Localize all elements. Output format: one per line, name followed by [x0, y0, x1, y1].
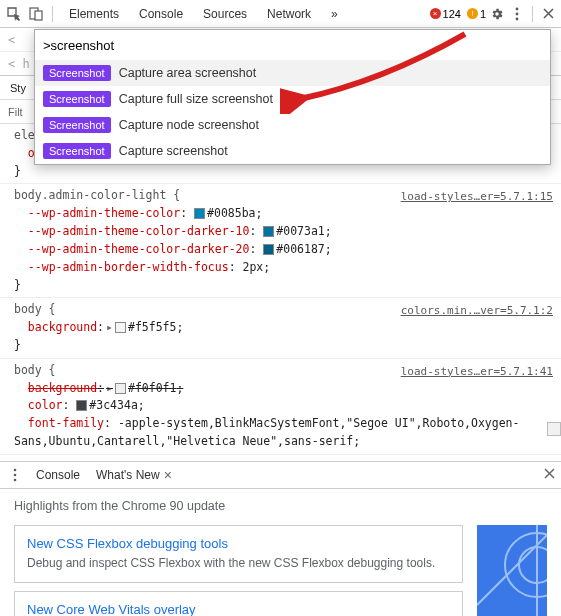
- scrollbar-corner: [547, 422, 561, 436]
- color-swatch[interactable]: [263, 226, 274, 237]
- close-devtools-icon[interactable]: [539, 5, 557, 23]
- filter-label[interactable]: Filt: [8, 106, 23, 118]
- devtools-toolbar: Elements Console Sources Network » ×124 …: [0, 0, 561, 28]
- css-rule-admin-color-light[interactable]: load-styles…er=5.7.1:15 body.admin-color…: [0, 184, 561, 298]
- tab-elements[interactable]: Elements: [59, 1, 129, 27]
- card-title: New Core Web Vitals overlay: [27, 602, 450, 616]
- color-swatch[interactable]: [76, 400, 87, 411]
- command-menu: Screenshot Capture area screenshot Scree…: [34, 29, 551, 165]
- cmd-label: Capture node screenshot: [119, 118, 259, 132]
- cmd-label: Capture area screenshot: [119, 66, 257, 80]
- source-link[interactable]: load-styles…er=5.7.1:15: [401, 188, 553, 205]
- cmd-label: Capture screenshot: [119, 144, 228, 158]
- warning-dot-icon: !: [467, 8, 478, 19]
- css-prop[interactable]: --wp-admin-theme-color-darker-10: [28, 224, 250, 238]
- error-dot-icon: ×: [430, 8, 441, 19]
- whatsnew-thumbnail: [477, 525, 547, 616]
- drawer-tab-label: What's New: [96, 468, 160, 482]
- css-prop[interactable]: font-family: [28, 416, 104, 430]
- css-prop-overridden[interactable]: background: [28, 381, 97, 395]
- separator: [532, 6, 533, 22]
- svg-point-7: [14, 469, 17, 472]
- breadcrumb-lt: <: [8, 33, 15, 47]
- cmd-item-capture-area[interactable]: Screenshot Capture area screenshot: [35, 60, 550, 86]
- cmd-category-badge: Screenshot: [43, 117, 111, 133]
- css-rule-body-loadstyles[interactable]: load-styles…er=5.7.1:41 body { backgroun…: [0, 359, 561, 455]
- tab-console[interactable]: Console: [129, 1, 193, 27]
- main-tabs: Elements Console Sources Network »: [59, 1, 428, 27]
- error-count: 124: [443, 8, 461, 20]
- cmd-category-badge: Screenshot: [43, 91, 111, 107]
- source-link[interactable]: load-styles…er=5.7.1:41: [401, 363, 553, 380]
- color-swatch[interactable]: [115, 383, 126, 394]
- tabs-overflow-icon[interactable]: »: [321, 1, 348, 27]
- whatsnew-heading: Highlights from the Chrome 90 update: [14, 499, 547, 513]
- styles-tab[interactable]: Sty: [8, 78, 28, 98]
- color-swatch[interactable]: [263, 244, 274, 255]
- cmd-item-capture-screenshot[interactable]: Screenshot Capture screenshot: [35, 138, 550, 164]
- tab-sources[interactable]: Sources: [193, 1, 257, 27]
- inspect-icon[interactable]: [4, 4, 24, 24]
- drawer-close-icon[interactable]: [544, 468, 555, 482]
- card-title: New CSS Flexbox debugging tools: [27, 536, 450, 551]
- css-val[interactable]: #0073a1: [276, 224, 324, 238]
- css-prop[interactable]: --wp-admin-border-width-focus: [28, 260, 229, 274]
- css-val[interactable]: #f5f5f5: [128, 320, 176, 334]
- drawer-more-icon[interactable]: [6, 466, 24, 484]
- cmd-item-capture-node[interactable]: Screenshot Capture node screenshot: [35, 112, 550, 138]
- cmd-category-badge: Screenshot: [43, 65, 111, 81]
- css-val[interactable]: #3c434a: [89, 398, 137, 412]
- expand-icon[interactable]: ▸: [106, 381, 113, 395]
- svg-rect-1: [35, 11, 42, 20]
- device-toggle-icon[interactable]: [26, 4, 46, 24]
- drawer-tabs: Console What's New ×: [0, 461, 561, 489]
- svg-point-4: [516, 17, 519, 20]
- whatsnew-card-flexbox[interactable]: New CSS Flexbox debugging tools Debug an…: [14, 525, 463, 583]
- cmd-item-capture-fullsize[interactable]: Screenshot Capture full size screenshot: [35, 86, 550, 112]
- command-input[interactable]: [35, 30, 550, 60]
- css-prop[interactable]: --wp-admin-theme-color-darker-20: [28, 242, 250, 256]
- expand-icon[interactable]: ▸: [106, 320, 113, 334]
- command-list: Screenshot Capture area screenshot Scree…: [35, 60, 550, 164]
- tab-close-icon[interactable]: ×: [164, 467, 172, 483]
- color-swatch[interactable]: [115, 322, 126, 333]
- svg-point-11: [519, 547, 547, 583]
- error-warning-badges[interactable]: ×124 !1: [430, 8, 486, 20]
- css-val[interactable]: 2px: [243, 260, 264, 274]
- source-link[interactable]: colors.min.…ver=5.7.1:2: [401, 302, 553, 319]
- css-val[interactable]: #f0f0f1: [128, 381, 176, 395]
- css-val[interactable]: #006187: [276, 242, 324, 256]
- css-prop[interactable]: color: [28, 398, 63, 412]
- warning-count: 1: [480, 8, 486, 20]
- svg-point-9: [14, 479, 17, 482]
- svg-point-8: [14, 474, 17, 477]
- svg-point-3: [516, 12, 519, 15]
- css-val[interactable]: #0085ba: [207, 206, 255, 220]
- settings-icon[interactable]: [488, 5, 506, 23]
- css-rule-body-colors[interactable]: colors.min.…ver=5.7.1:2 body { backgroun…: [0, 298, 561, 358]
- svg-point-2: [516, 7, 519, 10]
- drawer-tab-console[interactable]: Console: [32, 464, 84, 486]
- separator: [52, 6, 53, 22]
- drawer-body: Highlights from the Chrome 90 update New…: [0, 489, 561, 616]
- drawer-tab-whatsnew[interactable]: What's New ×: [92, 463, 176, 487]
- tab-network[interactable]: Network: [257, 1, 321, 27]
- cmd-category-badge: Screenshot: [43, 143, 111, 159]
- breadcrumb-h: < h: [8, 57, 30, 71]
- color-swatch[interactable]: [194, 208, 205, 219]
- styles-panel: ele overflow:▸visible; } load-styles…er=…: [0, 124, 561, 455]
- cmd-label: Capture full size screenshot: [119, 92, 273, 106]
- whatsnew-card-webvitals[interactable]: New Core Web Vitals overlay Visualize pa…: [14, 591, 463, 616]
- css-prop[interactable]: --wp-admin-theme-color: [28, 206, 180, 220]
- card-desc: Debug and inspect CSS Flexbox with the n…: [27, 555, 450, 572]
- css-prop[interactable]: background: [28, 320, 97, 334]
- more-menu-icon[interactable]: [508, 5, 526, 23]
